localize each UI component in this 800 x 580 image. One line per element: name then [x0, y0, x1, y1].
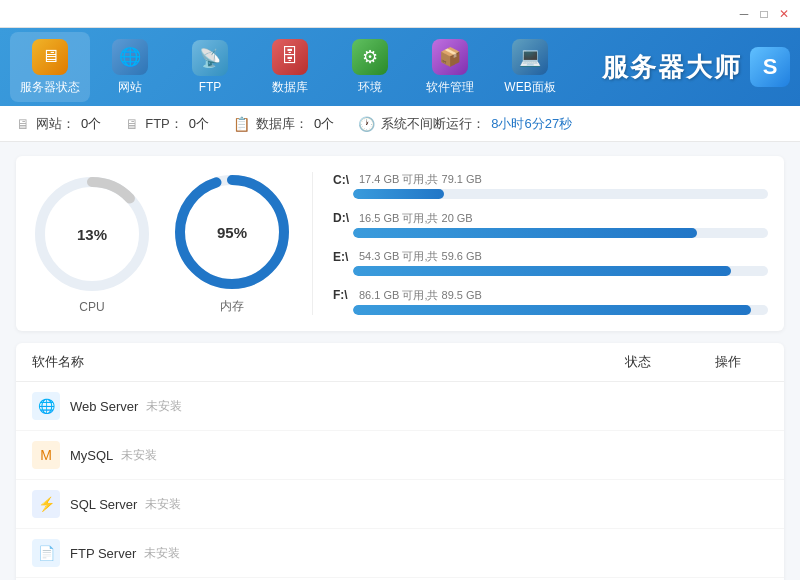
disk-letter-3: F:\: [333, 288, 353, 302]
disk-info-0: 17.4 GB 可用,共 79.1 GB: [359, 172, 482, 187]
sw-substatus-3: 未安装: [144, 545, 180, 562]
nav-item-database[interactable]: 🗄 数据库: [250, 32, 330, 102]
sw-substatus-0: 未安装: [146, 398, 182, 415]
disk-letter-1: D:\: [333, 211, 353, 225]
disk-bar-bg-1: [353, 228, 768, 238]
disk-header-0: C:\ 17.4 GB 可用,共 79.1 GB: [333, 172, 768, 187]
col-status-header: 状态: [588, 353, 688, 371]
col-name-header: 软件名称: [32, 353, 588, 371]
db-icon: 📋: [233, 116, 250, 132]
memory-label: 内存: [220, 298, 244, 315]
disk-info-1: 16.5 GB 可用,共 20 GB: [359, 211, 473, 226]
brand-logo: S: [750, 47, 790, 87]
sw-name-col-2: ⚡ SQL Server 未安装: [32, 490, 588, 518]
disk-info-2: 54.3 GB 可用,共 59.6 GB: [359, 249, 482, 264]
nav-item-web-panel[interactable]: 💻 WEB面板: [490, 32, 570, 102]
titlebar: ─ □ ✕: [0, 0, 800, 28]
db-count: 0个: [314, 115, 334, 133]
minimize-button[interactable]: ─: [736, 6, 752, 22]
cpu-gauge-svg: 13%: [32, 174, 152, 294]
nav-icon-web-panel: 💻: [512, 39, 548, 75]
sw-name-0: Web Server: [70, 399, 138, 414]
nav-icon-database: 🗄: [272, 39, 308, 75]
close-button[interactable]: ✕: [776, 6, 792, 22]
memory-percent: 95%: [217, 224, 247, 241]
software-row-2: ⚡ SQL Server 未安装: [16, 480, 784, 529]
nav-label-env: 环境: [358, 79, 382, 96]
nav-label-web-panel: WEB面板: [504, 79, 555, 96]
disk-header-3: F:\ 86.1 GB 可用,共 89.5 GB: [333, 288, 768, 303]
software-rows: 🌐 Web Server 未安装 M MySQL 未安装 ⚡ SQL Serve…: [16, 382, 784, 580]
website-count: 0个: [81, 115, 101, 133]
software-row-1: M MySQL 未安装: [16, 431, 784, 480]
nav-label-ftp: FTP: [199, 80, 222, 94]
nav-item-website[interactable]: 🌐 网站: [90, 32, 170, 102]
ftp-status: 🖥 FTP： 0个: [125, 115, 209, 133]
nav-items: 🖥 服务器状态 🌐 网站 📡 FTP 🗄 数据库 ⚙ 环境 📦 软件管理 💻 W…: [10, 32, 602, 102]
col-action-header: 操作: [688, 353, 768, 371]
db-label: 数据库：: [256, 115, 308, 133]
clock-icon: 🕐: [358, 116, 375, 132]
disk-row-0: C:\ 17.4 GB 可用,共 79.1 GB: [333, 172, 768, 199]
header-nav: 🖥 服务器状态 🌐 网站 📡 FTP 🗄 数据库 ⚙ 环境 📦 软件管理 💻 W…: [0, 28, 800, 106]
software-row-0: 🌐 Web Server 未安装: [16, 382, 784, 431]
disk-bar-fill-2: [353, 266, 731, 276]
disk-bar-bg-0: [353, 189, 768, 199]
nav-icon-software-mgmt: 📦: [432, 39, 468, 75]
disk-letter-0: C:\: [333, 173, 353, 187]
disks-section: C:\ 17.4 GB 可用,共 79.1 GB D:\ 16.5 GB 可用,…: [313, 172, 768, 315]
disk-header-1: D:\ 16.5 GB 可用,共 20 GB: [333, 211, 768, 226]
sw-name-1: MySQL: [70, 448, 113, 463]
main-content: 13% CPU 95% 内存 C:\ 17.4 GB: [0, 142, 800, 580]
sw-icon-1: M: [32, 441, 60, 469]
sw-name-col-0: 🌐 Web Server 未安装: [32, 392, 588, 420]
sw-name-3: FTP Server: [70, 546, 136, 561]
disk-bar-fill-0: [353, 189, 444, 199]
maximize-button[interactable]: □: [756, 6, 772, 22]
disk-info-3: 86.1 GB 可用,共 89.5 GB: [359, 288, 482, 303]
uptime-value: 8小时6分27秒: [491, 115, 572, 133]
nav-item-software-mgmt[interactable]: 📦 软件管理: [410, 32, 490, 102]
software-row-3: 📄 FTP Server 未安装: [16, 529, 784, 578]
nav-icon-env: ⚙: [352, 39, 388, 75]
website-status: 🖥 网站： 0个: [16, 115, 101, 133]
sw-icon-2: ⚡: [32, 490, 60, 518]
uptime-status: 🕐 系统不间断运行： 8小时6分27秒: [358, 115, 572, 133]
ftp-icon: 🖥: [125, 116, 139, 132]
sw-name-col-3: 📄 FTP Server 未安装: [32, 539, 588, 567]
nav-label-software-mgmt: 软件管理: [426, 79, 474, 96]
sw-substatus-1: 未安装: [121, 447, 157, 464]
uptime-label: 系统不间断运行：: [381, 115, 485, 133]
sw-icon-3: 📄: [32, 539, 60, 567]
nav-icon-website: 🌐: [112, 39, 148, 75]
brand: 服务器大师 S: [602, 47, 790, 87]
disk-letter-2: E:\: [333, 250, 353, 264]
nav-label-server-status: 服务器状态: [20, 79, 80, 96]
cpu-gauge: 13% CPU: [32, 174, 152, 314]
nav-icon-ftp: 📡: [192, 40, 228, 76]
disk-row-3: F:\ 86.1 GB 可用,共 89.5 GB: [333, 288, 768, 315]
gauges-section: 13% CPU 95% 内存: [32, 172, 313, 315]
sw-icon-0: 🌐: [32, 392, 60, 420]
memory-gauge-svg: 95%: [172, 172, 292, 292]
nav-item-server-status[interactable]: 🖥 服务器状态: [10, 32, 90, 102]
cpu-label: CPU: [79, 300, 104, 314]
disk-bar-fill-3: [353, 305, 751, 315]
cpu-percent: 13%: [77, 225, 107, 242]
brand-text: 服务器大师: [602, 50, 742, 85]
disk-bar-bg-3: [353, 305, 768, 315]
nav-icon-server-status: 🖥: [32, 39, 68, 75]
software-table-header: 软件名称 状态 操作: [16, 343, 784, 382]
nav-item-ftp[interactable]: 📡 FTP: [170, 32, 250, 102]
nav-label-website: 网站: [118, 79, 142, 96]
disk-bar-bg-2: [353, 266, 768, 276]
disk-header-2: E:\ 54.3 GB 可用,共 59.6 GB: [333, 249, 768, 264]
nav-item-env[interactable]: ⚙ 环境: [330, 32, 410, 102]
ftp-label: FTP：: [145, 115, 183, 133]
memory-gauge: 95% 内存: [172, 172, 292, 315]
disk-row-2: E:\ 54.3 GB 可用,共 59.6 GB: [333, 249, 768, 276]
nav-label-database: 数据库: [272, 79, 308, 96]
monitor-icon: 🖥: [16, 116, 30, 132]
software-section: 软件名称 状态 操作 🌐 Web Server 未安装 M MySQL 未安装 …: [16, 343, 784, 580]
sw-substatus-2: 未安装: [145, 496, 181, 513]
